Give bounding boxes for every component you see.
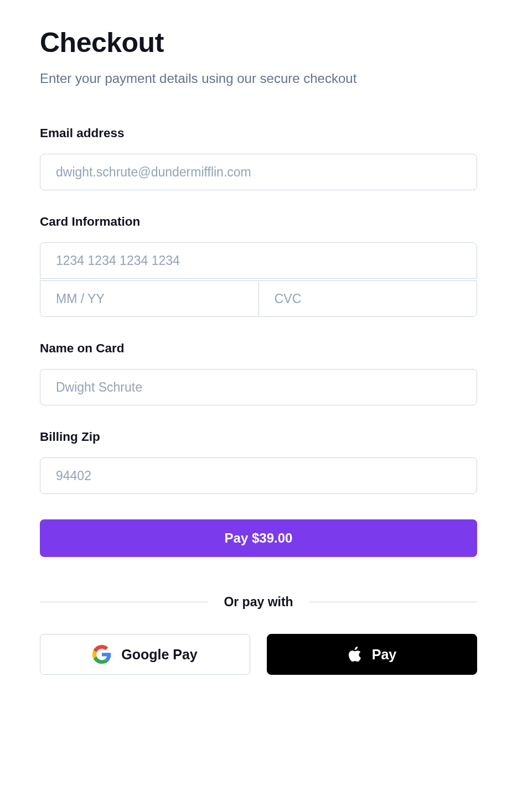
divider-line-right: [309, 602, 477, 602]
apple-pay-button[interactable]: Pay: [267, 634, 477, 675]
zip-label: Billing Zip: [40, 430, 477, 444]
google-icon: [92, 645, 111, 664]
email-input[interactable]: [40, 154, 477, 190]
google-pay-label: Google Pay: [121, 647, 198, 663]
card-expiry-input[interactable]: [40, 280, 258, 317]
apple-pay-label: Pay: [372, 647, 396, 663]
card-field-group: Card Information: [40, 215, 477, 317]
divider-line-left: [40, 602, 208, 602]
divider-text: Or pay with: [224, 595, 293, 610]
email-field-group: Email address: [40, 126, 477, 190]
card-number-input[interactable]: [40, 242, 477, 279]
alt-pay-divider: Or pay with: [40, 595, 477, 610]
page-title: Checkout: [40, 27, 477, 59]
name-label: Name on Card: [40, 341, 477, 356]
card-cvc-input[interactable]: [258, 280, 477, 317]
card-label: Card Information: [40, 215, 477, 229]
zip-input[interactable]: [40, 457, 477, 494]
pay-button[interactable]: Pay $39.00: [40, 519, 477, 557]
zip-field-group: Billing Zip: [40, 430, 477, 494]
page-subtitle: Enter your payment details using our sec…: [40, 71, 477, 86]
email-label: Email address: [40, 126, 477, 140]
name-input[interactable]: [40, 369, 477, 405]
name-field-group: Name on Card: [40, 341, 477, 405]
google-pay-button[interactable]: Google Pay: [40, 634, 250, 675]
apple-icon: [348, 646, 362, 663]
